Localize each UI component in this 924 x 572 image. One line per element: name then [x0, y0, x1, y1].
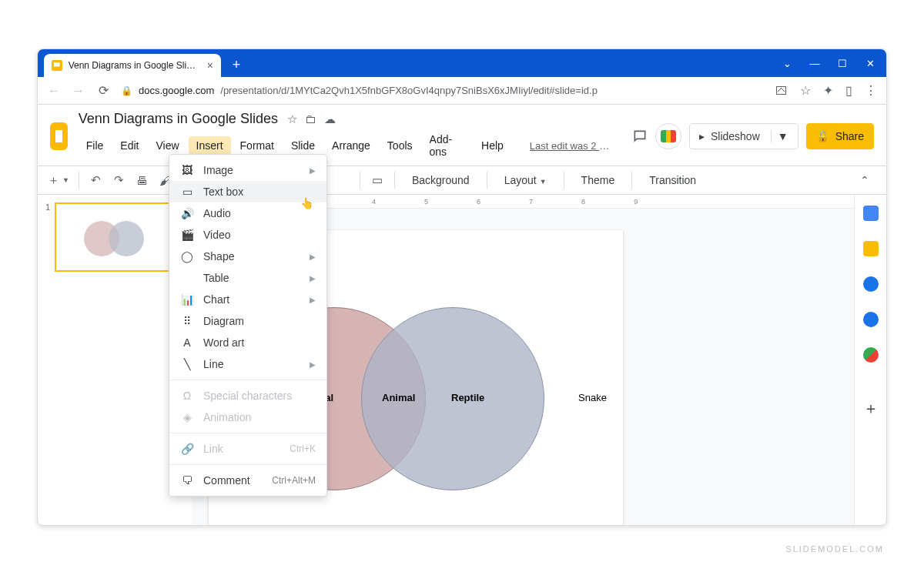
- comments-icon[interactable]: [632, 129, 648, 144]
- menu-tools[interactable]: Tools: [380, 136, 420, 155]
- tasks-icon[interactable]: [863, 276, 879, 292]
- get-addons-icon[interactable]: ＋: [863, 398, 879, 419]
- text-box-icon: ▭: [180, 186, 194, 198]
- menu-edit[interactable]: Edit: [112, 136, 146, 155]
- insert-menu-line[interactable]: ╲Line▶: [169, 353, 326, 375]
- layout-button[interactable]: Layout▼: [497, 171, 554, 189]
- shortcut-label: Ctrl+K: [290, 443, 316, 454]
- window-controls: ⌄ — ☐ ✕: [782, 49, 886, 77]
- insert-menu-image[interactable]: 🖼Image▶: [169, 159, 326, 181]
- toolbar: ＋▼ ↶ ↷ 🖶 🖌 ▭ Background Layout▼ Theme Tr…: [38, 166, 886, 195]
- menu-item-label: Line: [203, 358, 223, 370]
- menu-format[interactable]: Format: [233, 136, 282, 155]
- menu-bar: File Edit View Insert Format Slide Arran…: [79, 129, 621, 161]
- close-window-icon[interactable]: ✕: [865, 58, 875, 69]
- play-icon: ▸: [699, 130, 705, 142]
- insert-menu-diagram[interactable]: ⠿Diagram: [169, 310, 326, 332]
- shape-icon: ◯: [180, 250, 194, 263]
- insert-menu-chart[interactable]: 📊Chart▶: [169, 289, 326, 310]
- slideshow-caret-icon[interactable]: ▼: [771, 130, 795, 142]
- thumb-circle-right: [109, 221, 144, 256]
- menu-addons[interactable]: Add-ons: [422, 130, 473, 161]
- maps-icon[interactable]: [863, 347, 879, 363]
- insert-menu-animation: ◈Animation: [169, 406, 326, 428]
- chevron-down-icon[interactable]: ⌄: [782, 58, 792, 69]
- meet-button[interactable]: [655, 123, 681, 149]
- insert-menu-video[interactable]: 🎬Video: [169, 224, 326, 246]
- menu-item-label: Link: [203, 443, 223, 455]
- insert-menu-table[interactable]: ▦Table▶: [169, 267, 326, 289]
- bookmark-icon[interactable]: ☆: [800, 83, 811, 98]
- back-icon[interactable]: ←: [47, 84, 61, 98]
- collapse-toolbar-icon[interactable]: ⌃: [860, 174, 879, 186]
- share-label: Share: [835, 130, 864, 142]
- address-bar: ← → ⟳ 🔒 docs.google.com/presentation/d/1…: [38, 77, 886, 105]
- redo-icon[interactable]: ↷: [112, 173, 127, 187]
- menu-help[interactable]: Help: [474, 136, 511, 155]
- browser-window: Venn Diagrams in Google Slides × + ⌄ — ☐…: [37, 49, 887, 526]
- venn-label-right[interactable]: Reptile: [451, 392, 484, 403]
- extensions-icon[interactable]: ✦: [823, 83, 833, 98]
- cloud-status-icon[interactable]: ☁: [324, 112, 336, 126]
- insert-menu-comment[interactable]: 🗨CommentCtrl+Alt+M: [169, 470, 326, 491]
- new-slide-button[interactable]: ＋▼: [45, 173, 69, 188]
- edit-status[interactable]: Last edit was 2 hou…: [522, 137, 621, 155]
- insert-menu-word-art[interactable]: AWord art: [169, 332, 326, 353]
- keep-icon[interactable]: [863, 241, 879, 256]
- special-characters-icon: Ω: [180, 390, 194, 402]
- menu-item-label: Shape: [203, 250, 234, 263]
- doc-title[interactable]: Venn Diagrams in Google Slides: [79, 111, 278, 127]
- menu-file[interactable]: File: [79, 136, 112, 155]
- venn-label-outer-right[interactable]: Snake: [578, 392, 607, 403]
- slide-thumbnail[interactable]: [55, 202, 174, 272]
- undo-icon[interactable]: ↶: [89, 173, 104, 187]
- insert-menu-link: 🔗LinkCtrl+K: [169, 438, 326, 460]
- reload-icon[interactable]: ⟳: [96, 84, 110, 98]
- menu-item-label: Diagram: [203, 315, 244, 327]
- image-icon: 🖼: [180, 164, 194, 176]
- url-path: /presentation/d/1MYtCa2Qvh1X5fnbGFX8oGvI…: [220, 85, 598, 96]
- star-icon[interactable]: ☆: [287, 112, 297, 126]
- contacts-icon[interactable]: [863, 312, 879, 327]
- slideshow-button[interactable]: ▸ Slideshow ▼: [689, 123, 798, 149]
- menu-view[interactable]: View: [148, 136, 186, 155]
- link-icon: 🔗: [180, 443, 194, 455]
- chart-icon: 📊: [180, 293, 194, 306]
- close-tab-icon[interactable]: ×: [207, 59, 213, 72]
- new-tab-button[interactable]: +: [226, 54, 247, 75]
- forward-icon[interactable]: →: [72, 84, 85, 98]
- transition-button[interactable]: Transition: [641, 171, 704, 189]
- video-icon: 🎬: [180, 229, 194, 241]
- theme-button[interactable]: Theme: [574, 171, 623, 189]
- submenu-arrow-icon: ▶: [310, 296, 316, 304]
- workspace: 1 1 2 3 4 5 6 7 8 9: [38, 195, 886, 526]
- word-art-icon: A: [180, 336, 194, 349]
- slideshow-label: Slideshow: [711, 130, 760, 142]
- venn-label-center[interactable]: Animal: [382, 392, 415, 403]
- reading-list-icon[interactable]: ▯: [845, 83, 852, 98]
- background-button[interactable]: Background: [404, 171, 477, 189]
- maximize-icon[interactable]: ☐: [837, 58, 848, 69]
- animation-icon: ◈: [180, 411, 194, 423]
- share-button[interactable]: 🔒 Share: [806, 123, 874, 149]
- menu-slide[interactable]: Slide: [283, 136, 323, 155]
- insert-menu-shape[interactable]: ◯Shape▶: [169, 246, 326, 267]
- slide-number: 1: [45, 202, 50, 272]
- share-page-icon[interactable]: ⮹: [775, 84, 788, 98]
- slides-logo-icon[interactable]: [50, 122, 68, 150]
- tab-title: Venn Diagrams in Google Slides: [69, 60, 198, 71]
- minimize-icon[interactable]: —: [809, 58, 820, 69]
- menu-insert[interactable]: Insert: [189, 136, 231, 155]
- insert-textbox-icon[interactable]: ▭: [370, 173, 385, 187]
- submenu-arrow-icon: ▶: [310, 360, 316, 369]
- menu-item-label: Special characters: [203, 390, 292, 402]
- menu-item-label: Chart: [203, 293, 229, 306]
- print-icon[interactable]: 🖶: [135, 174, 150, 187]
- url-box[interactable]: 🔒 docs.google.com/presentation/d/1MYtCa2…: [121, 85, 765, 96]
- move-to-folder-icon[interactable]: 🗀: [305, 112, 316, 126]
- overflow-menu-icon[interactable]: ⋮: [865, 83, 877, 98]
- menu-item-label: Table: [203, 272, 229, 284]
- menu-arrange[interactable]: Arrange: [324, 136, 378, 155]
- browser-tab[interactable]: Venn Diagrams in Google Slides ×: [44, 54, 221, 77]
- calendar-icon[interactable]: [863, 206, 879, 221]
